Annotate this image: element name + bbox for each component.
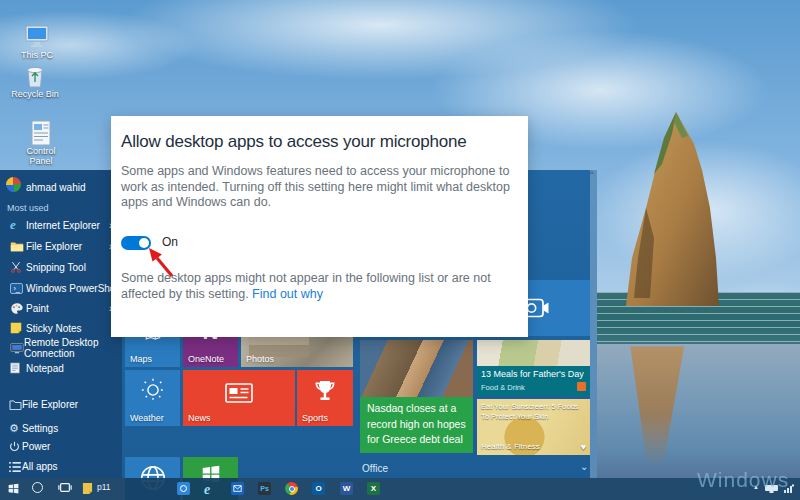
- internet-explorer-icon: e: [0, 217, 26, 233]
- menu-item-label: Sticky Notes: [26, 323, 82, 334]
- menu-item-label: Snipping Tool: [26, 262, 86, 273]
- username[interactable]: ahmad wahid: [26, 182, 85, 193]
- microphone-settings-dialog: Allow desktop apps to access your microp…: [111, 116, 528, 337]
- menu-item-sticky-notes[interactable]: Sticky Notes: [0, 318, 120, 338]
- heart-icon: ♥: [581, 442, 586, 452]
- paint-palette-icon: [0, 302, 26, 315]
- annotation-arrow-icon: [136, 240, 184, 282]
- tile-nasdaq-news[interactable]: Nasdaq closes at a record high on hopes …: [360, 340, 473, 453]
- sticky-note-icon: [82, 482, 93, 495]
- sticky-note-icon: [0, 322, 26, 334]
- start-button[interactable]: [7, 482, 20, 495]
- pinned-word[interactable]: W: [340, 482, 353, 495]
- tile-health-fitness[interactable]: Eat Your Sunscreen: 5 Foods To Protect Y…: [477, 399, 590, 455]
- scissors-icon: [0, 261, 26, 273]
- pinned-media-app[interactable]: [177, 482, 190, 495]
- menu-item-label: All apps: [22, 461, 58, 472]
- menu-item-file-explorer[interactable]: File Explorer ›: [0, 236, 120, 256]
- wallpaper-sand: [595, 344, 800, 478]
- pinned-chrome[interactable]: [285, 482, 298, 495]
- tile-label: Weather: [130, 413, 164, 423]
- tile-weather[interactable]: Weather: [125, 370, 180, 426]
- remote-desktop-icon: [0, 343, 24, 354]
- cortana-button[interactable]: [32, 482, 43, 493]
- menu-item-notepad[interactable]: Notepad: [0, 358, 120, 378]
- task-view-button[interactable]: [58, 482, 72, 493]
- recycle-bin-icon: [24, 62, 46, 89]
- menu-item-label: Settings: [22, 423, 58, 434]
- user-avatar[interactable]: [6, 177, 21, 192]
- file-explorer-outline-icon: [0, 399, 22, 410]
- desktop-icon-label: Recycle Bin: [10, 89, 60, 99]
- scroll-up-icon[interactable]: ^: [590, 169, 594, 178]
- desktop-icon-control-panel[interactable]: Control Panel: [16, 120, 66, 166]
- wallpaper-rock: [598, 108, 750, 306]
- desktop-icon-label: Control Panel: [16, 146, 66, 166]
- menu-item-label: Notepad: [26, 363, 64, 374]
- menu-item-label: Power: [22, 441, 50, 452]
- food-drink-logo-icon: [577, 382, 586, 391]
- word-icon: W: [340, 482, 353, 495]
- menu-item-internet-explorer[interactable]: e Internet Explorer ›: [0, 215, 120, 235]
- desktop-icon-recycle-bin[interactable]: Recycle Bin: [10, 62, 60, 99]
- media-app-icon: [177, 482, 190, 495]
- excel-icon: X: [367, 482, 380, 495]
- pinned-mail[interactable]: [231, 482, 244, 495]
- menu-item-windows-powershell[interactable]: ›_ Windows PowerShell ›: [0, 278, 120, 298]
- folder-icon: [0, 241, 26, 252]
- menu-item-remote-desktop[interactable]: Remote Desktop Connection: [0, 338, 120, 358]
- group-chevron-icon[interactable]: ⌄: [580, 461, 588, 472]
- menu-item-label: Paint: [26, 303, 49, 314]
- tile-photo: [360, 340, 473, 397]
- pinned-photoshop[interactable]: Ps: [258, 482, 271, 495]
- sunscreen-category: Health & Fitness: [481, 442, 540, 451]
- tile-food-drink[interactable]: 13 Meals for Father's Day Food & Drink: [477, 340, 590, 396]
- nasdaq-headline: Nasdaq closes at a record high on hopes …: [367, 402, 466, 445]
- gear-icon: ⚙: [0, 422, 22, 435]
- tile-label: Maps: [130, 354, 152, 364]
- nasdaq-headline-band: Nasdaq closes at a record high on hopes …: [360, 397, 473, 453]
- control-panel-icon: [30, 120, 52, 146]
- desktop-icon-this-pc[interactable]: This PC: [12, 24, 62, 60]
- meals-category: Food & Drink: [481, 383, 525, 392]
- dialog-description: Some apps and Windows features need to a…: [121, 164, 521, 211]
- pinned-internet-explorer[interactable]: e: [204, 482, 210, 498]
- all-apps-icon: [0, 462, 22, 472]
- pinned-excel[interactable]: X: [367, 482, 380, 495]
- menu-item-label: Windows PowerShell: [26, 283, 120, 294]
- menu-item-label: Internet Explorer: [26, 220, 100, 231]
- menu-item-file-explorer-system[interactable]: File Explorer: [0, 395, 120, 414]
- outlook-icon: O: [312, 482, 325, 495]
- taskbar: p11 e Ps O W X: [0, 478, 800, 500]
- menu-item-label: File Explorer: [26, 241, 82, 252]
- menu-item-snipping-tool[interactable]: Snipping Tool: [0, 257, 120, 277]
- weather-sun-icon: [125, 377, 180, 403]
- tile-news[interactable]: News: [183, 370, 295, 426]
- menu-item-power[interactable]: Power: [0, 437, 120, 456]
- menu-scrollbar[interactable]: [590, 170, 597, 478]
- pinned-sticky-note[interactable]: [82, 482, 93, 495]
- pinned-outlook[interactable]: O: [312, 482, 325, 495]
- sports-trophy-icon: [297, 379, 353, 405]
- photoshop-icon: Ps: [258, 482, 271, 495]
- taskbar-note-label[interactable]: p11: [97, 482, 111, 492]
- desktop-icon-label: This PC: [12, 50, 62, 60]
- menu-item-settings[interactable]: ⚙ Settings: [0, 419, 120, 438]
- tile-label: Sports: [302, 413, 328, 423]
- tile-sports[interactable]: Sports: [297, 370, 353, 426]
- windows-watermark: Windows: [697, 468, 789, 492]
- find-out-why-link[interactable]: Find out why: [252, 287, 323, 301]
- tile-label: Photos: [246, 354, 274, 364]
- this-pc-icon: [24, 24, 50, 50]
- menu-item-paint[interactable]: Paint ›: [0, 298, 120, 318]
- tile-photo: [477, 340, 590, 366]
- menu-item-all-apps[interactable]: All apps: [0, 457, 120, 476]
- dialog-title: Allow desktop apps to access your microp…: [121, 132, 467, 152]
- sunscreen-headline: Eat Your Sunscreen: 5 Foods To Protect Y…: [481, 402, 587, 421]
- windows-logo-icon: [7, 482, 20, 495]
- task-view-icon: [58, 482, 72, 493]
- desktop-screen: This PC Recycle Bin Control Panel ahmad …: [0, 0, 800, 500]
- powershell-icon: ›_: [0, 283, 26, 294]
- cortana-circle-icon: [32, 482, 43, 493]
- menu-item-label: Remote Desktop Connection: [24, 337, 120, 359]
